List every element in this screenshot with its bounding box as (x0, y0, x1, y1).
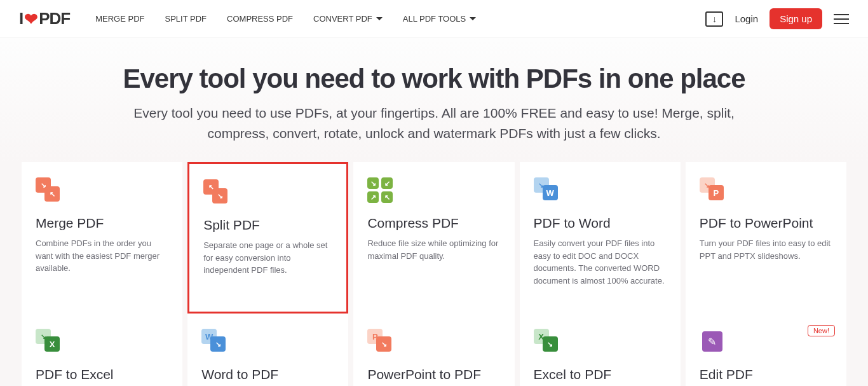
hamburger-menu-icon[interactable] (834, 11, 849, 27)
merge-icon: ↘ ↖ (36, 177, 62, 204)
tool-title: Compress PDF (367, 216, 500, 231)
word-to-pdf-icon: W ↘ (201, 329, 228, 355)
login-link[interactable]: Login (735, 13, 758, 24)
tool-pdf-to-word[interactable]: ↘ W PDF to Word Easily convert your PDF … (520, 162, 681, 314)
tool-excel-to-pdf[interactable]: X ↘ Excel to PDF Make EXCEL spreadsheets… (520, 314, 681, 386)
tool-title: PDF to Excel (36, 367, 168, 382)
ppt-to-pdf-icon: P ↘ (367, 329, 394, 355)
tool-pdf-to-excel[interactable]: ↘ X PDF to Excel Pull data straight from… (22, 314, 182, 386)
tool-desc: Separate one page or a whole set for eas… (203, 239, 332, 277)
hero-subtitle: Every tool you need to use PDFs, at your… (123, 103, 745, 143)
tool-word-to-pdf[interactable]: W ↘ Word to PDF Make DOC and DOCX files … (187, 314, 348, 386)
tool-desc: Turn your PDF files into easy to edit PP… (700, 237, 832, 262)
tool-title: Merge PDF (36, 216, 168, 231)
logo-text-2: PDF (39, 9, 70, 29)
tool-title: Split PDF (203, 217, 332, 233)
compress-icon: ↘ ↙ ↗ ↖ (367, 177, 394, 204)
edit-icon: ✎ (700, 329, 726, 355)
split-icon: ↖ ↘ (203, 179, 230, 206)
tool-desc: Reduce file size while optimizing for ma… (367, 237, 500, 262)
heart-icon: ❤ (24, 10, 37, 29)
nav-compress[interactable]: COMPRESS PDF (227, 14, 293, 24)
tool-edit-pdf[interactable]: New! ✎ Edit PDF Add text, images, shapes… (686, 314, 846, 386)
nav-split[interactable]: SPLIT PDF (165, 14, 207, 24)
logo-text-1: I (19, 9, 23, 29)
nav-convert[interactable]: CONVERT PDF (313, 14, 383, 24)
chevron-down-icon (376, 17, 383, 20)
tool-desc: Easily convert your PDF files into easy … (534, 237, 667, 287)
tool-title: PDF to PowerPoint (700, 216, 832, 231)
tool-title: Excel to PDF (534, 367, 667, 382)
tool-split-pdf[interactable]: ↖ ↘ Split PDF Separate one page or a who… (187, 162, 348, 314)
excel-to-pdf-icon: X ↘ (534, 329, 560, 355)
tool-merge-pdf[interactable]: ↘ ↖ Merge PDF Combine PDFs in the order … (22, 162, 182, 314)
powerpoint-icon: ↘ P (700, 177, 726, 204)
tool-desc: Combine PDFs in the order you want with … (36, 237, 168, 275)
tool-title: Edit PDF (700, 367, 832, 382)
tool-title: PDF to Word (534, 216, 667, 231)
tool-title: Word to PDF (201, 367, 334, 382)
download-icon[interactable] (705, 11, 723, 27)
new-badge: New! (808, 325, 835, 336)
tool-compress-pdf[interactable]: ↘ ↙ ↗ ↖ Compress PDF Reduce file size wh… (353, 162, 514, 314)
logo[interactable]: I ❤ PDF (19, 9, 70, 29)
nav-merge[interactable]: MERGE PDF (95, 14, 144, 24)
excel-icon: ↘ X (36, 329, 62, 355)
hero-title: Every tool you need to work with PDFs in… (19, 64, 849, 94)
tool-title: PowerPoint to PDF (367, 367, 500, 382)
nav-all-tools[interactable]: ALL PDF TOOLS (403, 14, 476, 24)
word-icon: ↘ W (534, 177, 560, 204)
chevron-down-icon (470, 17, 476, 20)
tool-pdf-to-powerpoint[interactable]: ↘ P PDF to PowerPoint Turn your PDF file… (686, 162, 846, 314)
signup-button[interactable]: Sign up (770, 8, 822, 29)
tool-powerpoint-to-pdf[interactable]: P ↘ PowerPoint to PDF Make PPT and PPTX … (353, 314, 514, 386)
